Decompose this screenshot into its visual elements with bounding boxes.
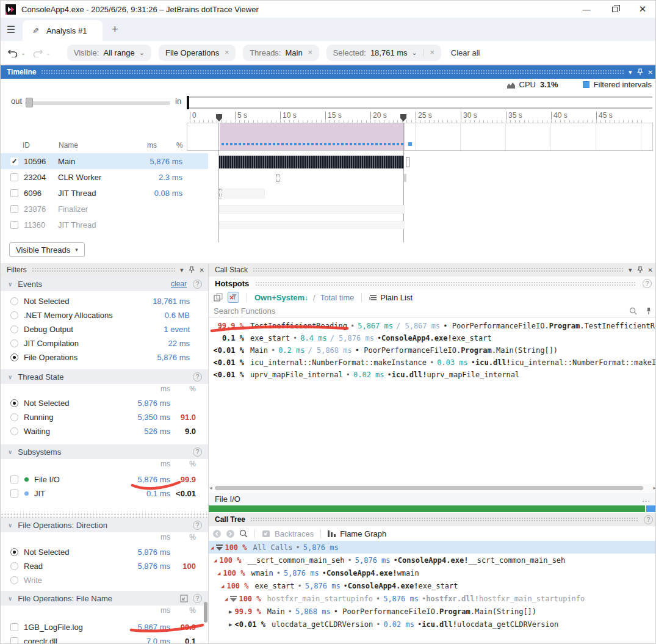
zoom-slider-track[interactable] (25, 101, 170, 105)
collapsed-triangle-icon[interactable]: ▶ (229, 609, 232, 615)
main-thread-activity-bar[interactable] (219, 156, 404, 168)
call-tree-row[interactable]: ◢ 100 % exe_start • 5,876 ms • ConsoleAp… (209, 579, 656, 592)
file-name-row[interactable]: 1GB_LogFile.log 5,867 ms 99.9 (1, 620, 208, 634)
help-icon[interactable]: ? (193, 447, 202, 457)
search-functions-input[interactable] (214, 306, 629, 316)
undo-history-chevron[interactable]: ⌄ (21, 49, 26, 56)
remove-selected-filter-icon[interactable]: × (430, 48, 434, 57)
thread-checkbox[interactable] (10, 189, 18, 197)
help-icon[interactable]: ? (193, 280, 202, 289)
subsystems-section-header[interactable]: ∨ Subsystems ? (1, 444, 208, 459)
cpu-overview-chart[interactable] (187, 123, 653, 151)
radio-button[interactable] (10, 427, 18, 435)
thread-checkbox[interactable] (10, 173, 18, 181)
call-tree-row[interactable]: ◢ 100 % __scrt_common_main_seh • 5,876 m… (209, 554, 656, 566)
filters-panel-header[interactable]: Filters ▾ ✕ (1, 263, 208, 277)
thread-state-row[interactable]: Running 5,350 ms 91.0 (1, 410, 208, 424)
radio-button[interactable] (10, 562, 18, 570)
thread-checkbox[interactable]: ✓ (10, 157, 18, 165)
filters-scrollbar-thumb[interactable] (204, 602, 207, 623)
horizontal-scrollbar[interactable]: ◂ ▸ (209, 484, 656, 492)
radio-button-selected[interactable] (10, 399, 18, 407)
radio-button[interactable] (10, 413, 18, 421)
timeline-panel-header[interactable]: Timeline ▾ ✕ (1, 65, 656, 79)
subsystem-checkbox[interactable] (10, 476, 18, 483)
clear-all-button[interactable]: Clear all (451, 48, 480, 57)
more-icon[interactable]: ... (642, 494, 651, 504)
selection-region[interactable] (220, 123, 405, 150)
plain-list-button[interactable]: Plain List (380, 293, 413, 302)
thread-state-row[interactable]: Not Selected 5,876 ms (1, 396, 208, 410)
lane-clr-worker[interactable] (187, 170, 653, 186)
time-ruler[interactable]: 0 5 s 10 s 15 s 20 s 25 s 30 s 35 s 40 s… (187, 112, 653, 123)
remove-threads-filter-icon[interactable]: × (308, 48, 312, 57)
event-filter-row[interactable]: Not Selected 18,761 ms (1, 294, 208, 308)
flame-graph-button[interactable]: Flame Graph (340, 529, 386, 538)
file-checkbox[interactable] (10, 637, 18, 644)
lane-jit-thread[interactable] (187, 186, 653, 202)
thread-state-row[interactable]: Waiting 526 ms 9.0 (1, 424, 208, 438)
radio-button[interactable] (10, 325, 18, 333)
call-stack-panel-header[interactable]: Call Stack ▾ ✕ (209, 263, 656, 277)
threads-filter-chip[interactable]: Threads: Main × (243, 45, 319, 61)
radio-button[interactable] (10, 576, 18, 584)
panel-dropdown-icon[interactable]: ▾ (629, 68, 632, 76)
call-tree-header[interactable]: Call Tree ? (209, 513, 656, 526)
expanded-triangle-icon[interactable]: ◢ (221, 583, 224, 589)
thread-row-jit-2[interactable]: 11360 JIT Thread (1, 217, 208, 233)
close-panel-icon[interactable]: ✕ (200, 267, 204, 273)
hotspot-row[interactable]: 0.1 % exe_start • 8.4 ms / 5,876 ms • Co… (209, 332, 656, 344)
navigate-forward-icon[interactable] (226, 529, 235, 538)
subsystem-row-file-io[interactable]: File I/O 5,876 ms 99.9 (1, 472, 208, 487)
pin-icon[interactable] (637, 68, 643, 76)
radio-button[interactable] (10, 297, 18, 305)
redo-button[interactable] (32, 48, 43, 57)
visible-range-chip[interactable]: Visible: All range ⌄ (67, 45, 151, 61)
restore-button[interactable] (600, 1, 629, 18)
zoom-in-handle[interactable] (187, 96, 189, 109)
close-panel-icon[interactable]: ✕ (648, 69, 653, 76)
close-panel-icon[interactable]: ✕ (648, 267, 653, 273)
add-tab-button[interactable]: + (103, 18, 127, 41)
undo-button[interactable] (8, 48, 18, 57)
tab-analysis-1[interactable]: ✎ Analysis #1 (23, 20, 103, 41)
help-icon[interactable]: ? (193, 372, 202, 382)
expanded-triangle-icon[interactable]: ◢ (225, 596, 228, 602)
pin-icon[interactable] (189, 266, 195, 273)
help-icon[interactable]: ? (193, 594, 202, 603)
call-tree-row[interactable]: ▶ <0.01 % ulocdata_getCLDRVersion • 0.02… (209, 618, 656, 631)
direction-row[interactable]: Not Selected 5,876 ms (1, 545, 208, 559)
close-button[interactable]: ✕ (629, 1, 656, 18)
thread-row-clr-worker[interactable]: 23204 CLR Worker 2.3 ms (1, 169, 208, 185)
file-checkbox[interactable] (10, 623, 18, 631)
expanded-triangle-icon[interactable]: ◢ (217, 570, 220, 576)
thread-row-finalizer[interactable]: 23876 Finalizer (1, 201, 208, 217)
zoom-in-track[interactable] (187, 96, 652, 109)
file-name-section-header[interactable]: ∨ File Operations: File Name ? (1, 591, 208, 606)
events-section-header[interactable]: ∨ Events clear ? (1, 277, 208, 291)
subsystem-bar-label-row[interactable]: File I/O ... (209, 493, 656, 505)
pin-search-icon[interactable] (646, 307, 652, 315)
remove-filter-icon[interactable]: × (225, 48, 229, 57)
section-splitter[interactable] (1, 512, 208, 518)
navigate-back-icon[interactable] (212, 529, 222, 538)
help-icon[interactable]: ? (643, 279, 652, 288)
scroll-right-icon[interactable]: ▸ (653, 485, 656, 491)
direction-section-header[interactable]: ∨ File Operations: Direction ? (1, 518, 208, 532)
sort-total-time[interactable]: Total time (320, 293, 355, 302)
search-icon[interactable] (239, 529, 248, 538)
zoom-slider-thumb[interactable] (26, 98, 33, 107)
lane-finalizer[interactable] (187, 202, 653, 218)
sort-own-system[interactable]: Own+System↓ (254, 293, 308, 302)
thread-state-section-header[interactable]: ∨ Thread State ? (1, 369, 208, 384)
lane-main[interactable] (187, 154, 653, 170)
call-tree-row[interactable]: ◢ 100 % wmain • 5,876 ms • ConsoleApp4.e… (209, 566, 656, 579)
panel-dropdown-icon[interactable]: ▾ (629, 266, 632, 274)
call-tree-row[interactable]: ◢ 100 % hostfxr_main_startupinfo • 5,876… (209, 592, 656, 605)
call-tree-row[interactable]: ▶ 99.9 % Main • 5,868 ms • PoorPerforman… (209, 605, 656, 618)
radio-button[interactable] (10, 339, 18, 347)
help-icon[interactable]: ? (193, 521, 202, 530)
main-menu-button[interactable]: ☰ (1, 18, 21, 41)
export-icon[interactable] (180, 595, 188, 602)
expanded-triangle-icon[interactable]: ◢ (214, 557, 217, 563)
